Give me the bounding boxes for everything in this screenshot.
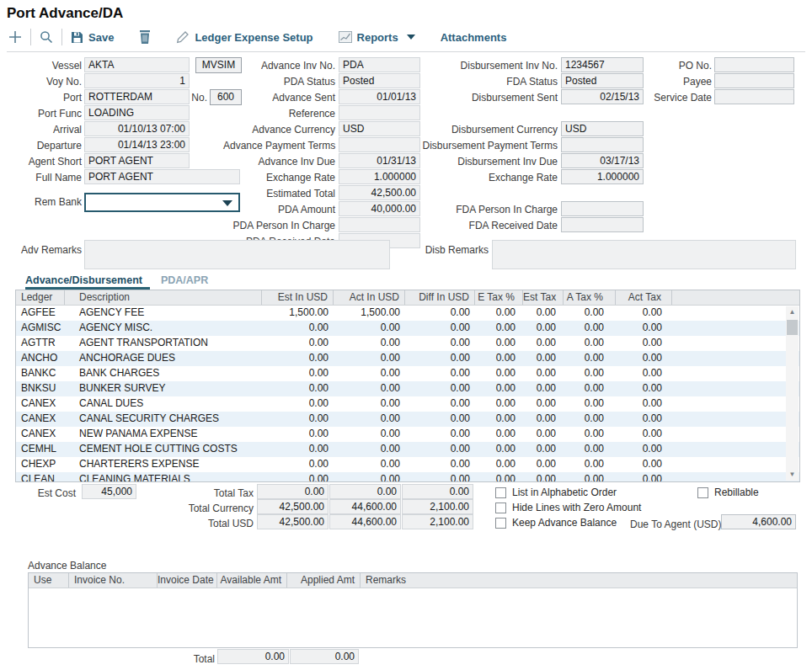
table-row[interactable]: CANEXCANAL DUES0.000.000.000.000.000.000… [16,396,799,412]
column-header[interactable]: Available Amt [217,573,287,588]
column-header[interactable]: Invoice No. [69,573,158,588]
fda-status-field[interactable]: Posted [561,73,644,88]
vertical-scrollbar[interactable]: ▲ ▼ [786,306,799,481]
attachments-label: Attachments [441,31,507,44]
checkbox-icon[interactable] [495,502,506,513]
table-cell: 0.00 [262,442,334,457]
table-cell: CANEX [16,427,65,442]
advance-inv-due-field[interactable]: 01/31/13 [339,153,420,168]
column-header[interactable]: Est In USD [262,290,334,305]
attachments-button[interactable]: Attachments [441,31,507,44]
voy-no-field[interactable]: 1 [84,73,190,88]
advance-payment-terms-field[interactable] [339,137,420,152]
due-to-agent-field: 4,600.00 [721,514,796,529]
est-cost-field[interactable]: 45,000 [82,484,136,499]
trash-icon [139,30,151,44]
column-header[interactable]: Remarks [361,573,797,588]
table-row[interactable]: CEMHLCEMENT HOLE CUTTING COSTS0.000.000.… [16,442,799,457]
table-cell: NEW PANAMA EXPENSE [65,427,262,442]
column-header[interactable]: Use [29,573,69,588]
disbursement-exchange-rate-field[interactable]: 1.000000 [561,169,644,184]
save-button[interactable]: Save [71,31,114,44]
departure-field[interactable]: 01/14/13 23:00 [84,137,190,152]
table-cell: CANEX [16,412,65,427]
ledger-expense-setup-button[interactable]: Ledger Expense Setup [176,30,313,44]
pda-person-in-charge-field[interactable] [339,217,420,232]
advance-sent-field[interactable]: 01/01/13 [339,89,420,104]
checkbox-rebillable[interactable]: Rebillable [697,486,759,499]
delete-button[interactable] [139,30,151,44]
full-name-field[interactable]: PORT AGENT [84,169,240,184]
disb-remarks-textarea[interactable] [492,240,796,269]
table-row[interactable]: AGFEEAGENCY FEE1,500.001,500.000.000.000… [16,306,799,321]
column-header[interactable]: Est Tax [523,290,564,305]
table-cell: 0.00 [405,381,475,396]
po-no-field[interactable] [714,57,794,72]
scroll-up-icon[interactable]: ▲ [786,306,799,318]
table-row[interactable]: CLEANCLEANING MATERIALS0.000.000.000.000… [16,472,799,482]
table-row[interactable]: AGTTRAGENT TRANSPORTATION0.000.000.000.0… [16,336,799,351]
scroll-down-icon[interactable]: ▼ [786,469,799,481]
fda-received-date-field[interactable] [561,217,644,232]
column-header[interactable]: Diff In USD [405,290,475,305]
pda-amount-field[interactable]: 40,000.00 [339,201,420,216]
arrival-field[interactable]: 01/10/13 07:00 [84,121,190,136]
advance-balance-total-available: 0.00 [217,649,289,664]
table-cell: 0.00 [523,351,564,366]
advance-exchange-rate-field[interactable]: 1.000000 [339,169,420,184]
agent-short-field[interactable]: PORT AGENT [84,153,190,168]
table-cell: 0.00 [475,306,523,321]
rem-bank-select[interactable] [84,193,240,212]
column-header[interactable]: Act In USD [334,290,405,305]
advance-currency-field[interactable]: USD [339,121,420,136]
checkbox-icon[interactable] [697,487,708,498]
disbursement-inv-no-label: Disbursement Inv No. [421,58,558,73]
table-row[interactable]: CANEXNEW PANAMA EXPENSE0.000.000.000.000… [16,427,799,442]
checkbox-hide-zero-lines[interactable]: Hide Lines with Zero Amount [495,501,641,514]
table-cell: 0.00 [334,351,405,366]
disbursement-sent-field[interactable]: 02/15/13 [561,89,644,104]
column-header[interactable]: Act Tax [616,290,672,305]
disbursement-inv-due-field[interactable]: 03/17/13 [561,153,644,168]
payee-field[interactable] [714,73,794,88]
table-cell: 0.00 [523,381,564,396]
search-button[interactable] [40,30,53,44]
pda-status-field[interactable]: Posted [339,73,420,88]
table-row[interactable]: AGMISCAGENCY MISC.0.000.000.000.000.000.… [16,321,799,336]
ledger-table-body: AGFEEAGENCY FEE1,500.001,500.000.000.000… [16,306,799,482]
new-button[interactable] [8,30,22,44]
disbursement-payment-terms-field[interactable] [561,137,644,152]
checkbox-keep-advance-balance[interactable]: Keep Advance Balance [495,516,617,529]
reference-field[interactable] [339,105,420,120]
checkbox-list-alphabetic[interactable]: List in Alphabetic Order [495,486,617,499]
disbursement-inv-no-field[interactable]: 1234567 [561,57,644,72]
column-header[interactable]: Applied Amt [287,573,361,588]
column-header[interactable]: Description [65,290,262,305]
table-row[interactable]: ANCHOANCHORAGE DUES0.000.000.000.000.000… [16,351,799,366]
port-field[interactable]: ROTTERDAM [84,89,190,104]
fda-person-in-charge-field[interactable] [561,201,644,216]
reports-button[interactable]: Reports [339,31,415,44]
est-cost-label: Est Cost [17,486,76,501]
checkbox-icon[interactable] [495,487,506,498]
table-row[interactable]: CHEXPCHARTERERS EXPENSE0.000.000.000.000… [16,457,799,472]
port-func-field[interactable]: LOADING [84,105,190,120]
adv-remarks-textarea[interactable] [84,240,390,269]
tab-pda-apr[interactable]: PDA/APR [161,274,208,290]
table-cell: 0.00 [405,366,475,381]
table-row[interactable]: CANEXCANAL SECURITY CHARGES0.000.000.000… [16,412,799,427]
column-header[interactable]: A Tax % [564,290,616,305]
checkbox-icon[interactable] [495,518,506,529]
column-header[interactable]: Invoice Date [158,573,217,588]
table-row[interactable]: BANKCBANK CHARGES0.000.000.000.000.000.0… [16,366,799,381]
table-cell: 0.00 [564,321,616,336]
column-header[interactable]: Ledger [16,290,65,305]
column-header[interactable]: E Tax % [475,290,523,305]
vessel-field[interactable]: AKTA [84,57,190,72]
scrollbar-thumb[interactable] [787,320,798,335]
advance-inv-no-field[interactable]: PDA [339,57,420,72]
service-date-field[interactable] [714,89,794,104]
disbursement-currency-field[interactable]: USD [561,121,644,136]
table-cell: 0.00 [616,306,672,321]
table-row[interactable]: BNKSUBUNKER SURVEY0.000.000.000.000.000.… [16,381,799,396]
